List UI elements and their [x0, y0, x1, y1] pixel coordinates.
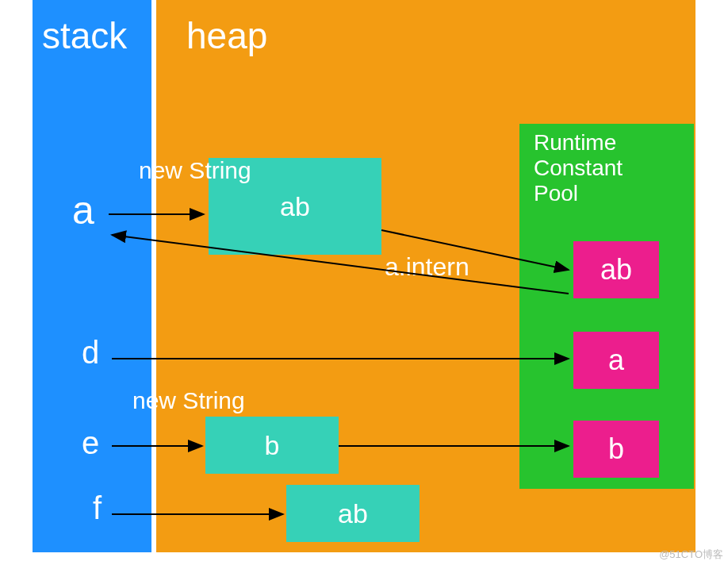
- stack-header: stack: [42, 14, 127, 57]
- label-new-string-1: new String: [139, 157, 251, 184]
- pool-entry-ab: ab: [573, 241, 659, 298]
- heap-string-ab2: ab: [286, 485, 420, 542]
- label-a-intern: a.intern: [385, 252, 469, 282]
- heap-string-b: b: [205, 417, 339, 474]
- stack-var-f: f: [93, 490, 102, 526]
- rcp-title: Runtime Constant Pool: [519, 124, 694, 213]
- stack-var-e: e: [82, 425, 99, 461]
- diagram-canvas: stack heap Runtime Constant Pool ab b ab…: [33, 0, 695, 552]
- pool-entry-a: a: [573, 332, 659, 389]
- label-new-string-2: new String: [132, 387, 245, 414]
- stack-var-d: d: [82, 335, 99, 371]
- stack-region: [33, 0, 151, 552]
- heap-header: heap: [186, 14, 267, 57]
- watermark: @51CTO博客: [659, 548, 723, 562]
- pool-entry-b: b: [573, 421, 659, 478]
- stack-var-a: a: [72, 187, 94, 233]
